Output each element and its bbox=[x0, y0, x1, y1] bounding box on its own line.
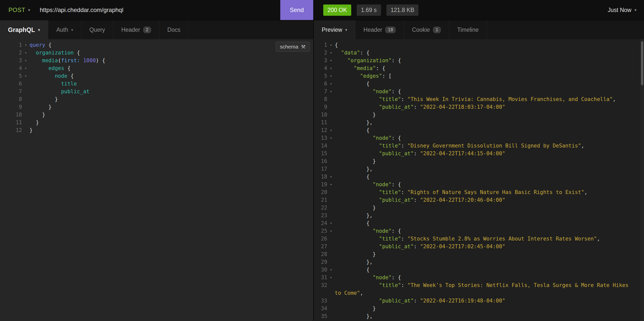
code-line: 23 }, bbox=[314, 212, 644, 219]
fold-arrow-icon[interactable]: ▾ bbox=[327, 80, 335, 88]
code-line: 4▾ edges { bbox=[0, 65, 313, 72]
line-number: 14 bbox=[314, 142, 327, 150]
query-editor-lines: 1▾query {2▾ organization {3▾ media(first… bbox=[0, 39, 313, 134]
fold-arrow-icon[interactable]: ▾ bbox=[22, 65, 30, 72]
tab-query-label: Query bbox=[90, 27, 105, 33]
fold-arrow-icon[interactable]: ▾ bbox=[327, 181, 335, 188]
tab-cookie[interactable]: Cookie 1 bbox=[404, 20, 449, 39]
line-number: 24 bbox=[314, 219, 327, 227]
response-viewer-lines: 1▾{2▾ "data": {3▾ "organization": {4▾ "m… bbox=[314, 39, 644, 321]
line-number: 1 bbox=[0, 41, 22, 49]
line-number: 28 bbox=[314, 250, 327, 258]
tab-auth[interactable]: Auth ▾ bbox=[48, 20, 81, 39]
code-text: { bbox=[335, 80, 644, 88]
code-line: 3▾ media(first: 1000) { bbox=[0, 57, 313, 65]
code-text: } bbox=[30, 103, 313, 111]
code-text: "public_at": "2022-04-22T17:44:15-04:00" bbox=[335, 150, 644, 158]
line-number: 12 bbox=[314, 127, 327, 134]
fold-arrow-icon[interactable]: ▾ bbox=[327, 274, 335, 281]
tab-preview[interactable]: Preview ▾ bbox=[314, 20, 356, 39]
response-time-badge: 1.69 s bbox=[357, 5, 381, 16]
tab-header[interactable]: Header 2 bbox=[113, 20, 159, 39]
line-number: 3 bbox=[0, 57, 22, 65]
code-text: } bbox=[335, 111, 644, 119]
fold-arrow-icon[interactable]: ▾ bbox=[327, 219, 335, 227]
scrollbar-thumb[interactable] bbox=[641, 41, 643, 85]
chevron-down-icon: ▾ bbox=[28, 8, 30, 13]
code-text: "data": { bbox=[335, 49, 644, 57]
code-text: }, bbox=[335, 165, 644, 173]
schema-button[interactable]: schema ⚒ bbox=[276, 42, 310, 52]
fold-arrow-icon[interactable]: ▾ bbox=[327, 173, 335, 181]
app-window: POST ▾ https://api.cheddar.com/graphql S… bbox=[0, 0, 644, 321]
code-line: 32 "title": "The Week's Top Stories: Net… bbox=[314, 281, 644, 297]
tab-timeline[interactable]: Timeline bbox=[449, 20, 487, 39]
line-number: 2 bbox=[0, 49, 22, 57]
code-line: 6 title bbox=[0, 80, 313, 88]
line-number: 30 bbox=[314, 266, 327, 274]
fold-arrow-icon[interactable]: ▾ bbox=[22, 72, 30, 80]
line-number: 8 bbox=[314, 96, 327, 103]
code-text: { bbox=[335, 219, 644, 227]
line-number: 11 bbox=[314, 119, 327, 127]
fold-arrow-icon[interactable]: ▾ bbox=[22, 49, 30, 57]
fold-arrow-icon[interactable]: ▾ bbox=[22, 41, 30, 49]
line-number: 11 bbox=[0, 119, 22, 127]
send-button[interactable]: Send bbox=[280, 0, 313, 20]
history-dropdown[interactable]: Just Now ▾ bbox=[608, 7, 636, 14]
tab-query[interactable]: Query bbox=[82, 20, 114, 39]
fold-arrow-icon[interactable]: ▾ bbox=[327, 227, 335, 235]
code-text: "public_at": "2022-04-22T17:02:45-04:00" bbox=[335, 243, 644, 250]
fold-arrow-icon[interactable]: ▾ bbox=[327, 49, 335, 57]
tab-docs[interactable]: Docs bbox=[160, 20, 188, 39]
fold-arrow-icon[interactable]: ▾ bbox=[22, 57, 30, 65]
fold-arrow-icon[interactable]: ▾ bbox=[327, 266, 335, 274]
fold-arrow-icon[interactable]: ▾ bbox=[327, 72, 335, 80]
code-text: "title": "Disney Government Dissolution … bbox=[335, 142, 644, 150]
tab-auth-label: Auth bbox=[56, 27, 68, 33]
line-number: 29 bbox=[314, 258, 327, 266]
code-line: 22 } bbox=[314, 204, 644, 212]
code-text: } bbox=[335, 158, 644, 165]
code-line: 12▾ { bbox=[314, 127, 644, 134]
code-line: 31▾ "node": { bbox=[314, 274, 644, 281]
line-number: 27 bbox=[314, 243, 327, 250]
line-number: 22 bbox=[314, 204, 327, 212]
code-line: 11 }, bbox=[314, 119, 644, 127]
body-type-dropdown[interactable]: GraphQL ▾ bbox=[0, 20, 48, 39]
code-text: "public_at": "2022-04-22T16:19:48-04:00" bbox=[335, 297, 644, 305]
code-text: "title": "Rights of Nature Says Nature H… bbox=[335, 188, 644, 196]
line-number: 7 bbox=[0, 88, 22, 96]
query-editor[interactable]: schema ⚒ 1▾query {2▾ organization {3▾ me… bbox=[0, 39, 314, 321]
main-area: schema ⚒ 1▾query {2▾ organization {3▾ me… bbox=[0, 39, 644, 321]
line-number: 33 bbox=[314, 297, 327, 305]
fold-arrow-icon[interactable]: ▾ bbox=[327, 41, 335, 49]
history-label: Just Now bbox=[608, 7, 632, 14]
line-number: 23 bbox=[314, 212, 327, 219]
code-text: "title": "This Week In Trivia: Cannabis,… bbox=[335, 96, 644, 103]
fold-arrow-icon[interactable]: ▾ bbox=[327, 88, 335, 96]
line-number: 10 bbox=[0, 111, 22, 119]
request-url-bar: POST ▾ https://api.cheddar.com/graphql S… bbox=[0, 0, 314, 20]
code-line: 9 } bbox=[0, 103, 313, 111]
code-text: "title": "The Week's Top Stories: Netfli… bbox=[335, 281, 644, 297]
response-viewer: 1▾{2▾ "data": {3▾ "organization": {4▾ "m… bbox=[314, 39, 644, 321]
response-size-badge: 121.8 KB bbox=[386, 5, 419, 16]
code-text: "organization": { bbox=[335, 57, 644, 65]
chevron-down-icon: ▾ bbox=[634, 8, 636, 13]
tab-response-header[interactable]: Header 18 bbox=[356, 20, 404, 39]
code-line: 14 "title": "Disney Government Dissoluti… bbox=[314, 142, 644, 150]
fold-arrow-icon[interactable]: ▾ bbox=[327, 65, 335, 72]
fold-arrow-icon[interactable]: ▾ bbox=[327, 57, 335, 65]
url-input[interactable]: https://api.cheddar.com/graphql bbox=[40, 7, 124, 14]
tab-preview-label: Preview bbox=[322, 27, 342, 33]
line-number: 2 bbox=[314, 49, 327, 57]
code-line: 28 } bbox=[314, 250, 644, 258]
fold-arrow-icon[interactable]: ▾ bbox=[327, 127, 335, 134]
response-tabs: Preview ▾ Header 18 Cookie 1 Timeline bbox=[314, 20, 644, 39]
code-line: 25▾ "node": { bbox=[314, 227, 644, 235]
fold-arrow-icon[interactable]: ▾ bbox=[327, 134, 335, 142]
code-text: { bbox=[335, 127, 644, 134]
method-dropdown[interactable]: POST ▾ bbox=[8, 7, 30, 14]
code-line: 7▾ "node": { bbox=[314, 88, 644, 96]
